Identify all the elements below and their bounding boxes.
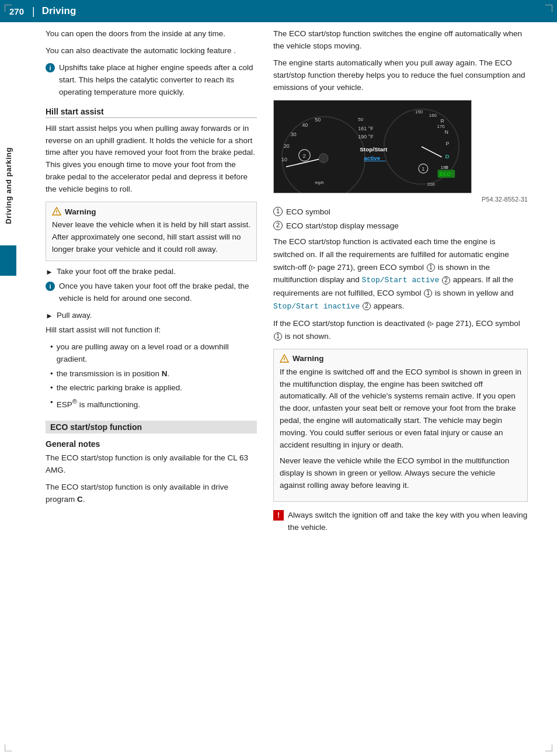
general-notes-heading: General notes — [46, 439, 257, 449]
svg-text:161 °F: 161 °F — [358, 126, 374, 131]
inline-circle-3: 1 — [424, 289, 432, 297]
svg-text:2: 2 — [303, 152, 306, 158]
svg-text:active: active — [364, 154, 380, 161]
dot-text-2: the transmission is in position N. — [57, 368, 170, 380]
dot-text-4: ESP® is malfunctioning. — [57, 397, 140, 411]
circle-num-1: 1 — [273, 207, 283, 216]
numbered-text-1: ECO symbol — [286, 206, 330, 219]
svg-point-39 — [284, 360, 284, 361]
svg-text:50: 50 — [358, 116, 363, 122]
danger-icon: ! — [273, 510, 284, 521]
intro-p1: You can open the doors from the inside a… — [46, 28, 257, 40]
warning-triangle-icon-1 — [52, 207, 61, 216]
svg-text:10: 10 — [281, 156, 287, 162]
warning-label-2: Warning — [293, 354, 324, 363]
warning2-p1: If the engine is switched off and the EC… — [280, 366, 521, 452]
numbered-text-2: ECO start/stop display message — [286, 220, 399, 233]
svg-text:30: 30 — [291, 131, 297, 137]
left-column: You can open the doors from the inside a… — [16, 28, 267, 534]
warning-label-1: Warning — [65, 207, 96, 216]
eco-deactivated-text: If the ECO start/stop function is deacti… — [273, 317, 528, 342]
svg-text:1: 1 — [422, 165, 424, 172]
dashboard-image: 10 20 30 40 50 mph 2 R N P D — [273, 100, 472, 193]
circle-num-2: 2 — [273, 221, 283, 230]
corner-mark-tl — [5, 5, 12, 12]
warning-title-2: Warning — [280, 354, 521, 363]
step-2: ► Pull away. — [46, 311, 257, 320]
dashboard-caption: P54.32-8552-31 — [273, 196, 528, 203]
dot-item-2: • the transmission is in position N. — [50, 368, 257, 380]
hill-body1: Hill start assist helps you when pulling… — [46, 123, 257, 196]
dot-item-1: • you are pulling away on a level road o… — [50, 341, 257, 366]
danger-text: Always switch the ignition off and take … — [288, 509, 528, 534]
eco-section-heading: ECO start/stop function — [46, 421, 257, 434]
warning-title-1: Warning — [52, 207, 250, 216]
inline-circle-1: 1 — [427, 263, 435, 272]
eco-body2: The ECO start/stop function is only avai… — [46, 481, 257, 506]
corner-mark-br — [545, 744, 552, 751]
warning-triangle-icon-2 — [280, 354, 289, 363]
info-note-1-text: Upshifts take place at higher engine spe… — [59, 62, 257, 99]
svg-text:170: 170 — [437, 124, 445, 129]
right-column: The ECO start/stop function switches the… — [267, 28, 545, 534]
info-icon-2: i — [46, 282, 55, 291]
svg-point-2 — [56, 213, 57, 214]
eco-body1: The ECO start/stop function is only avai… — [46, 452, 257, 477]
stop-start-active-code: Stop/Start active — [362, 276, 440, 285]
corner-mark-bl — [5, 744, 12, 751]
svg-text:mph: mph — [315, 180, 323, 185]
dot-list: • you are pulling away on a level road o… — [50, 341, 257, 411]
step-2-text: Pull away. — [57, 311, 92, 320]
danger-note: ! Always switch the ignition off and tak… — [273, 509, 528, 534]
svg-text:Stop/Start: Stop/Start — [360, 146, 388, 152]
info-note-1: i Upshifts take place at higher engine s… — [46, 62, 257, 99]
step-1-text: Take your foot off the brake pedal. — [57, 267, 176, 276]
warning-box-1: Warning Never leave the vehicle when it … — [46, 202, 257, 261]
warning-text-1: Never leave the vehicle when it is held … — [52, 219, 250, 256]
svg-text:160: 160 — [429, 112, 437, 117]
info-note-2-text: Once you have taken your foot off the br… — [59, 280, 257, 305]
svg-text:50: 50 — [315, 116, 321, 122]
svg-text:D: D — [445, 152, 449, 159]
svg-point-11 — [319, 153, 328, 162]
eco-activation-text: The ECO start/stop function is activated… — [273, 235, 528, 313]
sidebar-label: Driving and parking — [4, 147, 13, 224]
warning2-p2: Never leave the vehicle while the ECO sy… — [280, 455, 521, 492]
header-divider: | — [32, 5, 35, 18]
arrow-sym-2: ► — [46, 311, 53, 320]
warning-text-2: If the engine is switched off and the EC… — [280, 366, 521, 492]
eco-desc2: The engine starts automatically when you… — [273, 57, 528, 94]
eco-desc1: The ECO start/stop function switches the… — [273, 28, 528, 53]
svg-text:180: 180 — [441, 164, 449, 169]
numbered-item-2: 2 ECO start/stop display message — [273, 220, 528, 233]
warning-box-2: Warning If the engine is switched off an… — [273, 349, 528, 502]
main-content: You can open the doors from the inside a… — [0, 22, 557, 534]
svg-text:40: 40 — [302, 122, 308, 128]
dot-item-4: • ESP® is malfunctioning. — [50, 397, 257, 411]
not-function-heading: Hill start assist will not function if: — [46, 324, 257, 337]
page-header: 270 | Driving — [0, 0, 557, 22]
svg-text:N: N — [444, 129, 448, 135]
inline-circle-5: 1 — [274, 332, 282, 341]
corner-mark-tr — [545, 5, 552, 12]
svg-text:ECO: ECO — [440, 171, 451, 177]
dot-item-3: • the electric parking brake is applied. — [50, 382, 257, 394]
inline-circle-4: 2 — [363, 302, 371, 310]
dot-sym-3: • — [50, 382, 53, 394]
dot-text-1: you are pulling away on a level road or … — [57, 341, 257, 366]
info-icon-1: i — [46, 63, 55, 72]
hill-section-heading: Hill start assist — [46, 107, 257, 118]
svg-text:150: 150 — [415, 109, 423, 114]
svg-text:190 °F: 190 °F — [358, 134, 374, 140]
arrow-sym-1: ► — [46, 268, 53, 276]
inline-circle-2: 2 — [442, 276, 450, 285]
sidebar-label-container: Driving and parking — [0, 22, 16, 349]
stop-start-inactive-code: Stop/Start inactive — [273, 302, 360, 311]
dot-sym-2: • — [50, 368, 53, 380]
dot-text-3: the electric parking brake is applied. — [57, 382, 182, 394]
info-note-2: i Once you have taken your foot off the … — [46, 280, 257, 305]
page-title: Driving — [42, 5, 76, 17]
svg-text:R: R — [441, 117, 444, 123]
numbered-list: 1 ECO symbol 2 ECO start/stop display me… — [273, 206, 528, 233]
svg-text:200: 200 — [427, 182, 436, 187]
